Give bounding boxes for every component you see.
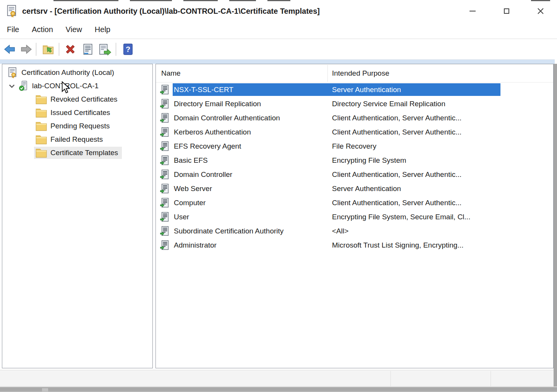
toolbar-separator [59, 43, 59, 56]
row-name: Computer [173, 199, 332, 207]
row-name: Kerberos Authentication [173, 128, 332, 136]
row-purpose: Microsoft Trust List Signing, Encrypting… [332, 241, 500, 249]
row-purpose: Server Authentication [332, 185, 500, 193]
certsrv-window: certsrv - [Certification Authority (Loca… [0, 0, 557, 392]
maximize-icon [504, 8, 509, 14]
list-row-web-server[interactable]: Web Server Server Authentication [156, 181, 553, 196]
row-purpose: Server Authentication [332, 86, 500, 94]
minimize-button[interactable] [464, 2, 481, 21]
row-purpose: Client Authentication, Server Authentic.… [332, 170, 500, 179]
back-button[interactable] [3, 42, 17, 56]
window-bottom-edge [0, 387, 557, 392]
row-purpose: Encrypting File System [332, 156, 500, 165]
top-residue-dash [229, 0, 256, 1]
chevron-expanded-icon[interactable] [8, 82, 16, 90]
certificate-template-icon [160, 198, 170, 208]
toolbar: ? [0, 39, 557, 59]
tree-item-certificate-templates[interactable]: Certificate Templates [2, 146, 152, 159]
toolbar-divider-strip [0, 59, 555, 64]
row-purpose: Client Authentication, Server Authentic.… [332, 114, 500, 122]
row-purpose: Client Authentication, Server Authentic.… [332, 128, 500, 136]
window-right-edge [554, 64, 557, 387]
tree-item-issued-certificates[interactable]: Issued Certificates [2, 106, 152, 119]
forward-icon [20, 44, 32, 55]
minimize-icon [470, 11, 476, 11]
certificate-template-icon [160, 183, 170, 194]
row-name: EFS Recovery Agent [173, 142, 332, 151]
show-console-tree-button[interactable] [41, 42, 55, 56]
column-divider[interactable] [327, 65, 328, 82]
show-console-tree-icon [42, 44, 54, 55]
list-row-domain-controller[interactable]: Domain Controller Client Authentication,… [156, 167, 553, 181]
tree-item-label: Revoked Certificates [50, 95, 117, 104]
top-residue-dash [183, 0, 218, 1]
ca-server-icon [18, 80, 29, 92]
forward-button[interactable] [19, 42, 33, 56]
certificate-template-icon [160, 141, 170, 151]
list-row-administrator[interactable]: Administrator Microsoft Trust List Signi… [156, 238, 553, 252]
row-name: Web Server [173, 185, 332, 193]
menu-action[interactable]: Action [32, 25, 53, 34]
row-name: Subordinate Certification Authority [173, 227, 332, 235]
row-purpose: Directory Service Email Replication [332, 100, 500, 108]
certificate-template-icon [160, 155, 170, 165]
certification-authority-icon [7, 67, 18, 78]
tree-item-ca-node[interactable]: lab-CONTROL-CA-1 [2, 79, 152, 92]
certificate-template-icon [160, 99, 170, 109]
close-button[interactable] [532, 2, 549, 21]
mouse-cursor [60, 81, 70, 95]
row-name: Directory Email Replication [173, 100, 332, 108]
list-row-nsx-t-ssl-cert[interactable]: NSX-T-SSL-CERT Server Authentication [156, 83, 553, 97]
export-list-button[interactable] [98, 42, 112, 56]
properties-button[interactable] [81, 42, 95, 56]
maximize-button[interactable] [498, 2, 515, 21]
help-icon: ? [122, 43, 134, 55]
status-bar [0, 370, 554, 387]
row-purpose: <All> [332, 227, 500, 235]
console-tree-panel: Certification Authority (Local) lab-CONT… [2, 64, 153, 368]
top-residue-dash [531, 0, 550, 1]
folder-icon [36, 94, 47, 104]
row-name: Domain Controller [173, 170, 332, 179]
tree-item-failed-requests[interactable]: Failed Requests [2, 133, 152, 146]
menu-file[interactable]: File [7, 25, 19, 34]
row-purpose: Client Authentication, Server Authentic.… [332, 199, 500, 207]
toolbar-separator [36, 43, 36, 56]
certificate-template-icon [160, 240, 170, 250]
close-icon [537, 8, 544, 15]
status-bar-divider [390, 371, 391, 386]
row-name: Basic EFS [173, 156, 332, 165]
tree-item-pending-requests[interactable]: Pending Requests [2, 119, 152, 133]
column-header-name[interactable]: Name [161, 64, 181, 83]
title-bar: certsrv - [Certification Authority (Loca… [0, 2, 557, 21]
menu-help[interactable]: Help [95, 25, 110, 34]
back-icon [4, 44, 16, 55]
list-row-efs-recovery-agent[interactable]: EFS Recovery Agent File Recovery [156, 139, 553, 153]
list-row-computer[interactable]: Computer Client Authentication, Server A… [156, 196, 553, 210]
menu-view[interactable]: View [66, 25, 82, 34]
tree-item-label: Pending Requests [50, 122, 110, 130]
list-row-basic-efs[interactable]: Basic EFS Encrypting File System [156, 153, 553, 167]
delete-icon [64, 43, 77, 55]
certificate-templates-list-panel: Name Intended Purpose NSX-T-SSL-CERT Ser… [155, 64, 554, 368]
list-row-subordinate-certification-authority[interactable]: Subordinate Certification Authority <All… [156, 224, 553, 238]
tree-item-certification-authority[interactable]: Certification Authority (Local) [2, 66, 152, 79]
list-row-directory-email-replication[interactable]: Directory Email Replication Directory Se… [156, 97, 553, 111]
toolbar-separator [116, 43, 116, 56]
list-row-kerberos-authentication[interactable]: Kerberos Authentication Client Authentic… [156, 125, 553, 139]
column-header-intended-purpose[interactable]: Intended Purpose [332, 64, 389, 83]
tree-item-revoked-certificates[interactable]: Revoked Certificates [2, 92, 152, 106]
window-bottom-notch [42, 388, 48, 392]
list-row-user[interactable]: User Encrypting File System, Secure Emai… [156, 210, 553, 224]
list-row-domain-controller-authentication[interactable]: Domain Controller Authentication Client … [156, 111, 553, 125]
export-list-icon [98, 43, 111, 55]
top-residue-dash [130, 0, 172, 1]
delete-button[interactable] [63, 42, 77, 56]
certificate-template-icon [160, 127, 170, 137]
svg-text:?: ? [126, 45, 130, 53]
list-header: Name Intended Purpose [156, 64, 553, 83]
help-button[interactable]: ? [121, 42, 135, 56]
row-name: Administrator [173, 241, 332, 249]
tree-item-label: Certificate Templates [50, 149, 118, 157]
row-name: User [173, 213, 332, 221]
